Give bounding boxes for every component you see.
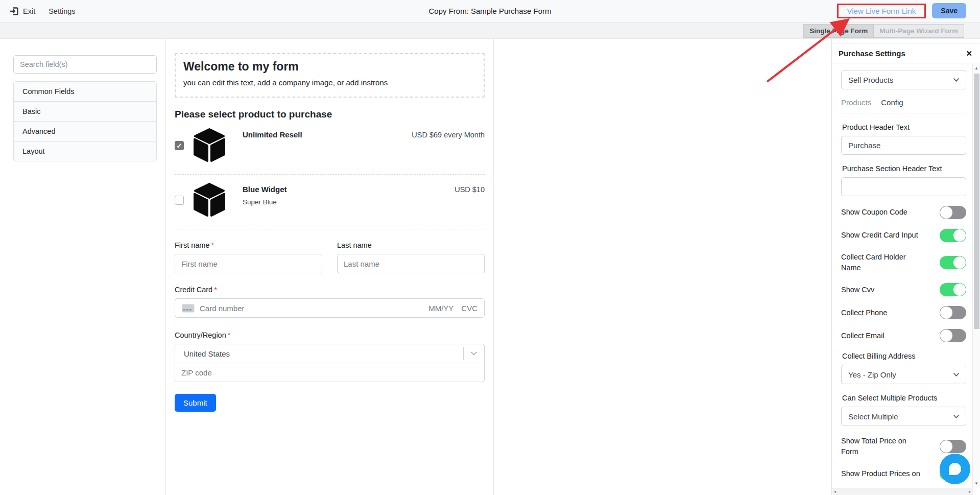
- product-header-text-input[interactable]: [841, 136, 966, 155]
- top-bar: Exit Settings Copy From: Sample Purchase…: [0, 0, 980, 22]
- first-name-label: First name: [175, 241, 210, 249]
- product-name: Blue Widget: [243, 185, 287, 194]
- country-select-value: United States: [175, 349, 463, 358]
- first-name-input[interactable]: [175, 254, 322, 273]
- card-number-placeholder: Card number: [200, 304, 245, 313]
- credit-card-icon: [182, 304, 195, 313]
- country-label: Country/Region: [175, 331, 226, 339]
- scroll-left-icon[interactable]: ◂: [834, 489, 836, 494]
- scrollbar-thumb[interactable]: [974, 74, 979, 329]
- form-canvas: Welcome to my form you can edit this tex…: [165, 39, 494, 495]
- sidebar-item-label: Basic: [22, 107, 40, 115]
- sidebar-item-advanced[interactable]: Advanced: [13, 121, 157, 142]
- products-section-heading: Please select product to purchase: [175, 109, 485, 120]
- toggle-row-collect-phone: Collect Phone: [841, 306, 966, 319]
- chat-icon: [949, 463, 961, 475]
- tab-multi-page-wizard-form[interactable]: Multi-Page Wizard Form: [874, 24, 964, 38]
- exit-button[interactable]: Exit: [9, 6, 35, 16]
- form-builder-page: Exit Settings Copy From: Sample Purchase…: [0, 0, 980, 495]
- show-coupon-code-toggle[interactable]: [940, 206, 966, 219]
- sidebar-item-basic[interactable]: Basic: [13, 101, 157, 122]
- required-asterisk: *: [214, 286, 217, 294]
- toggle-label: Collect Phone: [841, 308, 887, 318]
- credit-card-input[interactable]: Card number MM/YY CVC: [175, 298, 485, 318]
- toggle-label: Show Credit Card Input: [841, 230, 918, 241]
- product-info: Unlimited Resell USD $69 every Month: [243, 128, 485, 139]
- last-name-label: Last name: [337, 241, 485, 249]
- tab-config[interactable]: Config: [881, 98, 903, 107]
- chevron-down-icon: [953, 415, 959, 418]
- required-asterisk: *: [228, 331, 231, 339]
- name-fields-row: First name* Last name: [175, 241, 485, 273]
- product-price: USD $10: [455, 185, 485, 194]
- toggle-label: Show Total Price on Form: [841, 436, 924, 457]
- product-price: USD $69 every Month: [412, 131, 485, 139]
- form-mode-tabs: Single Page Form Multi-Page Wizard Form: [803, 24, 964, 38]
- zip-code-input[interactable]: [175, 363, 485, 382]
- expiry-placeholder: MM/YY: [428, 304, 453, 313]
- save-button[interactable]: Save: [932, 3, 966, 18]
- country-field: Country/Region* United States: [175, 331, 485, 382]
- toggle-label: Collect Email: [841, 331, 885, 341]
- sidebar-item-label: Advanced: [22, 127, 56, 135]
- purchase-settings-panel: Purchase Settings ✕ Sell Products Produc…: [831, 39, 980, 495]
- panel-title: Purchase Settings: [839, 49, 905, 58]
- chat-widget-button[interactable]: [940, 454, 970, 484]
- panel-header: Purchase Settings ✕: [832, 43, 980, 63]
- collect-card-holder-name-toggle[interactable]: [940, 256, 966, 269]
- fields-sidebar: Common Fields Basic Advanced Layout: [13, 55, 157, 161]
- sidebar-item-label: Common Fields: [22, 87, 75, 96]
- tab-products[interactable]: Products: [841, 98, 871, 107]
- mode-select[interactable]: Sell Products: [841, 70, 966, 89]
- product-checkbox[interactable]: ✓: [175, 196, 184, 205]
- purchase-section-header-input[interactable]: [841, 177, 966, 196]
- collect-phone-toggle[interactable]: [940, 306, 966, 319]
- scroll-up-icon[interactable]: ▲: [973, 66, 980, 70]
- form-header-title: Welcome to my form: [183, 60, 476, 74]
- product-checkbox[interactable]: ✓: [175, 141, 184, 150]
- toggle-row-collect-card-holder-name: Collect Card Holder Name: [841, 252, 966, 273]
- submit-button[interactable]: Submit: [175, 394, 216, 412]
- billing-address-select[interactable]: Yes - Zip Only: [841, 365, 966, 384]
- scroll-down-icon[interactable]: ▼: [973, 481, 980, 486]
- last-name-field: Last name: [337, 241, 485, 273]
- check-icon: ✓: [177, 143, 182, 149]
- show-cvv-toggle[interactable]: [940, 283, 966, 296]
- search-input[interactable]: [13, 55, 157, 74]
- show-total-price-toggle[interactable]: [940, 440, 966, 453]
- select-multiple-value: Select Multiple: [848, 412, 898, 421]
- mode-select-value: Sell Products: [848, 76, 893, 84]
- cube-icon: [193, 182, 226, 218]
- billing-address-value: Yes - Zip Only: [848, 370, 896, 379]
- sidebar-item-layout[interactable]: Layout: [13, 141, 157, 161]
- show-credit-card-input-toggle[interactable]: [940, 229, 966, 242]
- can-select-multiple-label: Can Select Multiple Products: [841, 394, 966, 402]
- select-multiple-select[interactable]: Select Multiple: [841, 407, 966, 426]
- product-row-blue-widget: ✓ Blue Widget USD $10 Super Blue: [175, 175, 485, 229]
- toggle-row-show-coupon-code: Show Coupon Code: [841, 206, 966, 219]
- toggle-row-show-total-price: Show Total Price on Form: [841, 436, 966, 457]
- country-select[interactable]: United States: [175, 344, 485, 363]
- fields-accordion: Common Fields Basic Advanced Layout: [13, 81, 157, 161]
- toggle-label: Show Product Prices on: [841, 468, 920, 479]
- view-live-form-link[interactable]: View Live Form Link: [847, 7, 916, 15]
- product-name: Unlimited Resell: [243, 130, 302, 139]
- panel-vertical-scrollbar[interactable]: ▲ ▼: [972, 64, 980, 488]
- first-name-field: First name*: [175, 241, 322, 273]
- toggle-label: Show Cvv: [841, 285, 874, 295]
- product-info: Blue Widget USD $10 Super Blue: [243, 182, 485, 206]
- settings-button[interactable]: Settings: [49, 7, 75, 15]
- sidebar-item-common-fields[interactable]: Common Fields: [13, 81, 157, 102]
- close-icon[interactable]: ✕: [966, 50, 972, 57]
- page-title: Copy From: Sample Purchase Form: [428, 7, 551, 15]
- panel-horizontal-scrollbar[interactable]: ◂ ▸: [832, 488, 973, 495]
- tab-single-page-form[interactable]: Single Page Form: [803, 24, 874, 38]
- collect-email-toggle[interactable]: [940, 329, 966, 342]
- chevron-down-icon: [463, 347, 484, 360]
- scroll-right-icon[interactable]: ▸: [969, 489, 971, 494]
- cvc-placeholder: CVC: [461, 304, 477, 313]
- topbar-actions: View Live Form Link Save: [837, 3, 966, 18]
- last-name-input[interactable]: [337, 254, 485, 273]
- sidebar-item-label: Layout: [22, 147, 45, 155]
- form-header-block[interactable]: Welcome to my form you can edit this tex…: [175, 53, 485, 98]
